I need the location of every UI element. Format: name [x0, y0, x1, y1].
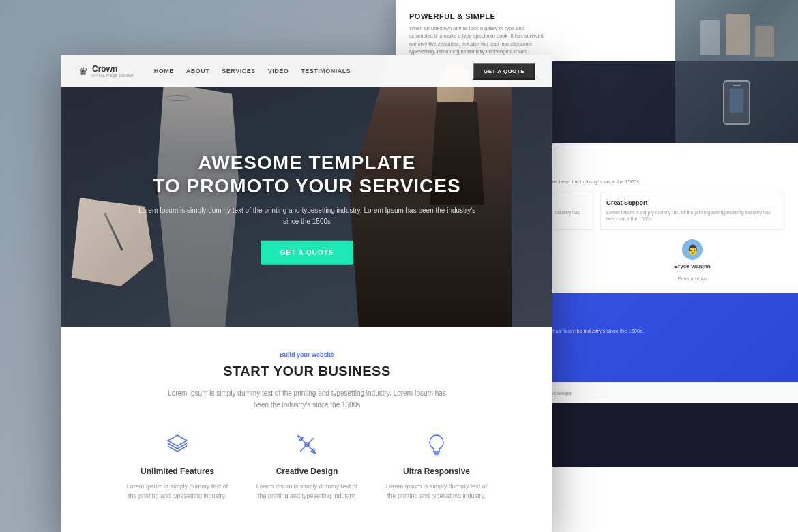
feature-desc-3: Lorem Ipsum is simply dummy text of the …: [382, 482, 491, 501]
tools-icon-wrap: [293, 431, 321, 458]
tools-icon: [295, 432, 319, 457]
feature-desc-2: Lorem Ipsum is simply dummy text of the …: [252, 482, 361, 501]
layers-icon-wrap: [164, 431, 191, 458]
feature-card-desc-2: Lorem Ipsum is simply dummy text of the …: [606, 209, 778, 223]
feature-desc-1: Lorem Ipsum is simply dummy text of the …: [123, 482, 232, 501]
hero-section: ♛ Crown HTML Page Builder HOME ABOUT SER…: [61, 55, 552, 327]
testimonial-2: 👨 Bryce Vaughn Enterprise Art: [600, 239, 784, 283]
feature-creative: Creative Design Lorem Ipsum is simply du…: [252, 431, 361, 501]
nav-about[interactable]: ABOUT: [186, 68, 210, 74]
about-section: Build your website START YOUR BUSINESS L…: [61, 327, 552, 525]
layers-icon: [165, 432, 190, 457]
testimonial-role-2: Enterprise Art: [678, 276, 707, 281]
hero-subtitle: Lorem Ipsum is simply dummy text of the …: [136, 205, 477, 227]
nav-video[interactable]: VIDEO: [268, 68, 289, 74]
window-main: ♛ Crown HTML Page Builder HOME ABOUT SER…: [61, 55, 552, 532]
hero-cta-button[interactable]: GET A QUOTE: [261, 241, 353, 265]
back-top-image: [675, 0, 798, 61]
hero-content: AWESOME TEMPLATE TO PROMOTO YOUR SERVICE…: [136, 151, 477, 265]
nav-services[interactable]: SERVICES: [222, 68, 255, 74]
feature-title-3: Ultra Responsive: [382, 467, 491, 476]
feature-title-1: Unlimited Features: [123, 467, 232, 476]
nav-testimonials[interactable]: TESTIMONIALS: [301, 68, 351, 74]
bulb-icon: [424, 432, 449, 457]
testimonial-name-2: Bryce Vaughn: [600, 263, 784, 269]
hero-title-line2: TO PROMOTO YOUR SERVICES: [136, 174, 477, 197]
nav-logo-name: Crown: [92, 65, 134, 73]
hero-title: AWESOME TEMPLATE TO PROMOTO YOUR SERVICE…: [136, 151, 477, 197]
bulb-icon-wrap: [423, 431, 450, 458]
about-desc: Lorem Ipsum is simply dummy text of the …: [164, 387, 450, 411]
about-tag: Build your website: [95, 351, 518, 358]
feature-title-2: Creative Design: [252, 467, 361, 476]
about-title: START YOUR BUSINESS: [95, 364, 518, 379]
avatar-2: 👨: [682, 239, 703, 260]
hero-title-line1: AWESOME TEMPLATE: [136, 151, 477, 175]
navbar: ♛ Crown HTML Page Builder HOME ABOUT SER…: [61, 55, 552, 87]
feature-card-support: Great Support Lorem Ipsum is simply dumm…: [600, 192, 784, 231]
nav-links: HOME ABOUT SERVICES VIDEO TESTIMONIALS: [154, 68, 473, 74]
nav-home[interactable]: HOME: [154, 68, 174, 74]
features-grid: Unlimited Features Lorem Ipsum is simply…: [95, 431, 518, 501]
feature-unlimited: Unlimited Features Lorem Ipsum is simply…: [123, 431, 232, 501]
nav-logo-text: Crown HTML Page Builder: [92, 65, 134, 78]
nav-logo-sub: HTML Page Builder: [92, 73, 134, 78]
nav-cta-button[interactable]: GET A QUOTE: [473, 63, 535, 80]
feature-responsive: Ultra Responsive Lorem Ipsum is simply d…: [382, 431, 491, 501]
back-top-title: POWERFUL & SIMPLE: [409, 12, 546, 20]
nav-crown-icon: ♛: [78, 65, 88, 78]
feature-card-title-2: Great Support: [606, 199, 778, 206]
windows-stack: POWERFUL & SIMPLE When an unknown printe…: [0, 0, 798, 532]
nav-logo: ♛ Crown HTML Page Builder: [78, 65, 134, 78]
